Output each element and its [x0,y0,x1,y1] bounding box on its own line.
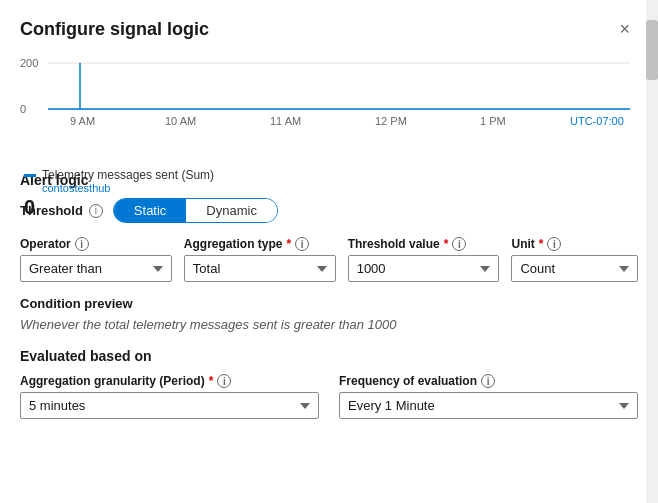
unit-info-icon[interactable]: i [547,237,561,251]
y-label-0: 0 [20,103,26,115]
operator-label: Operator i [20,237,172,251]
unit-label: Unit * i [511,237,638,251]
scrollbar-thumb[interactable] [646,20,658,80]
legend-line: Telemetry messages sent (Sum) [24,168,638,182]
condition-preview-text: Whenever the total telemetry messages se… [20,317,638,332]
aggregation-type-field: Aggregation type * i Total Average Minim… [184,237,336,282]
threshold-val-required: * [444,237,449,251]
agg-granularity-label: Aggregation granularity (Period) * i [20,374,319,388]
y-label-200: 200 [20,57,38,69]
operator-field: Operator i Greater than Less than Equal … [20,237,172,282]
configure-signal-logic-dialog: Configure signal logic × 200 0 9 AM 10 A… [0,0,658,503]
agg-granularity-select[interactable]: 1 minute 5 minutes 15 minutes 30 minutes… [20,392,319,419]
scrollbar-track[interactable] [646,0,658,503]
x-label-11am: 11 AM [270,115,301,127]
agg-gran-info-icon[interactable]: i [217,374,231,388]
agg-type-info-icon[interactable]: i [295,237,309,251]
agg-gran-required: * [209,374,214,388]
timezone-label: UTC-07:00 [570,115,624,127]
frequency-select[interactable]: Every 1 Minute Every 5 Minutes Every 15 … [339,392,638,419]
agg-type-label: Aggregation type * i [184,237,336,251]
dialog-title: Configure signal logic [20,19,209,40]
agg-type-required: * [287,237,292,251]
unit-select[interactable]: Count Percent [511,255,638,282]
alert-form-row: Operator i Greater than Less than Equal … [20,237,638,282]
frequency-label: Frequency of evaluation i [339,374,638,388]
frequency-info-icon[interactable]: i [481,374,495,388]
operator-info-icon[interactable]: i [75,237,89,251]
chart-area: 200 0 9 AM 10 AM 11 AM 12 PM 1 PM UTC-07… [20,50,638,160]
frequency-field: Frequency of evaluation i Every 1 Minute… [339,374,638,419]
dialog-header: Configure signal logic × [0,0,658,50]
x-label-10am: 10 AM [165,115,196,127]
unit-required: * [539,237,544,251]
x-label-1pm: 1 PM [480,115,506,127]
chart-value: 0 [20,196,638,219]
chart-svg: 200 0 9 AM 10 AM 11 AM 12 PM 1 PM UTC-07… [20,50,638,160]
threshold-value-select[interactable]: 1000 [348,255,500,282]
aggregation-type-select[interactable]: Total Average Minimum Maximum Count [184,255,336,282]
legend-text: Telemetry messages sent (Sum) [42,168,214,182]
operator-select[interactable]: Greater than Less than Equal to [20,255,172,282]
legend-sub: contostesthub [24,182,638,194]
evaluated-based-on-title: Evaluated based on [20,348,638,364]
chart-legend: Telemetry messages sent (Sum) contostest… [20,168,638,194]
close-button[interactable]: × [611,16,638,42]
threshold-value-field: Threshold value * i 1000 [348,237,500,282]
dialog-body: 200 0 9 AM 10 AM 11 AM 12 PM 1 PM UTC-07… [0,50,658,503]
agg-granularity-field: Aggregation granularity (Period) * i 1 m… [20,374,319,419]
x-label-12pm: 12 PM [375,115,407,127]
eval-row: Aggregation granularity (Period) * i 1 m… [20,374,638,419]
legend-dot [24,174,36,177]
unit-field: Unit * i Count Percent [511,237,638,282]
threshold-val-info-icon[interactable]: i [452,237,466,251]
condition-preview-title: Condition preview [20,296,638,311]
threshold-val-label: Threshold value * i [348,237,500,251]
x-label-9am: 9 AM [70,115,95,127]
